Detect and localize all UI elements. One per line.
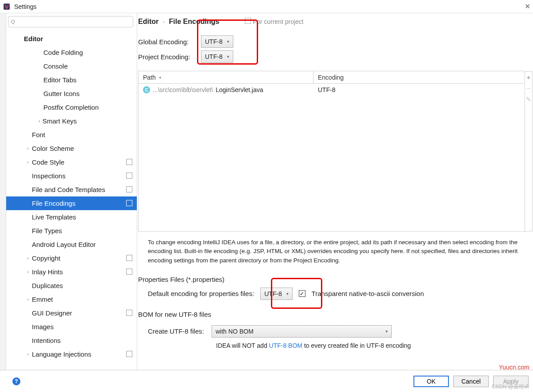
sidebar-item-label: Code Folding	[43, 49, 137, 56]
search-input[interactable]	[17, 19, 130, 25]
chevron-right-icon: ›	[36, 119, 42, 123]
sidebar-item[interactable]: ›Smart Keys	[6, 114, 137, 128]
breadcrumb: Editor › File Encodings For current proj…	[138, 13, 525, 30]
watermark: Yuucn.com	[499, 364, 529, 371]
breadcrumb-section: File Encodings	[169, 18, 220, 26]
properties-heading: Properties Files (*.properties)	[138, 276, 525, 283]
sidebar: Q EditorCode FoldingConsoleEditor TabsGu…	[6, 13, 137, 370]
add-icon[interactable]: +	[527, 72, 531, 83]
sidebar-item-label: Font	[32, 131, 137, 138]
sidebar-item[interactable]: File Types	[6, 224, 137, 238]
sidebar-item[interactable]: Code Folding	[6, 46, 137, 59]
properties-encoding-select[interactable]: UTF-8▾	[260, 288, 293, 300]
sidebar-item-label: Postfix Completion	[43, 104, 137, 111]
sidebar-item[interactable]: ›Inlay Hints	[6, 265, 137, 279]
sidebar-item[interactable]: Inspections	[6, 169, 137, 183]
settings-tree[interactable]: EditorCode FoldingConsoleEditor TabsGutt…	[6, 29, 137, 370]
sidebar-item-label: Gutter Icons	[43, 90, 137, 97]
sidebar-item[interactable]: Font	[6, 128, 137, 142]
sidebar-item-label: Color Scheme	[32, 145, 137, 152]
sidebar-item[interactable]: Console	[6, 59, 137, 73]
chevron-right-icon: ›	[24, 269, 32, 274]
search-icon: Q	[11, 19, 15, 24]
sidebar-item[interactable]: ›Language Injections	[6, 347, 137, 361]
sidebar-item[interactable]: ›Emmet	[6, 292, 137, 306]
close-icon[interactable]: ✕	[525, 2, 530, 11]
cell-path: C...\src\com\blb\servlet\LoginServlet.ja…	[139, 86, 313, 93]
copy-icon	[127, 173, 132, 179]
sidebar-item[interactable]: GUI Designer	[6, 306, 137, 320]
sidebar-item-label: Editor	[24, 35, 137, 42]
copy-icon	[127, 256, 132, 261]
copy-icon	[127, 269, 132, 275]
sidebar-item-label: File Encodings	[32, 200, 127, 207]
chevron-right-icon: ›	[24, 146, 32, 151]
sidebar-item[interactable]: ›Code Style	[6, 155, 137, 169]
sidebar-item[interactable]: Gutter Icons	[6, 87, 137, 100]
bom-select[interactable]: with NO BOM▾	[212, 325, 392, 338]
cell-encoding: UTF-8	[313, 86, 525, 93]
sidebar-item-label: Console	[43, 62, 137, 70]
main-panel: Editor › File Encodings For current proj…	[137, 13, 533, 370]
chevron-down-icon: ▾	[286, 292, 289, 296]
column-encoding[interactable]: Encoding	[313, 71, 525, 83]
global-encoding-select[interactable]: UTF-8▾	[201, 35, 233, 48]
table-row[interactable]: C...\src\com\blb\servlet\LoginServlet.ja…	[139, 84, 525, 96]
sidebar-item-label: Copyright	[32, 254, 127, 262]
sidebar-item[interactable]: Editor Tabs	[6, 73, 137, 87]
chevron-right-icon: ›	[24, 297, 32, 302]
sidebar-item-label: Android Layout Editor	[32, 241, 137, 248]
chevron-right-icon: ›	[24, 160, 32, 165]
project-encoding-label: Project Encoding:	[138, 53, 201, 61]
table-body[interactable]: C...\src\com\blb\servlet\LoginServlet.ja…	[139, 84, 525, 231]
transparent-ascii-label: Transparent native-to-ascii conversion	[312, 290, 424, 297]
sidebar-item-label: Inspections	[32, 172, 127, 180]
chevron-right-icon: ›	[24, 256, 32, 261]
sidebar-item-label: Live Templates	[32, 213, 137, 221]
project-encoding-select[interactable]: UTF-8▾	[201, 50, 233, 63]
column-path[interactable]: Path▲	[139, 71, 313, 83]
copy-icon	[127, 201, 132, 206]
ok-button[interactable]: OK	[413, 376, 449, 387]
sidebar-item-label: Language Injections	[32, 350, 127, 358]
transparent-ascii-checkbox[interactable]	[299, 290, 305, 297]
copy-icon	[246, 19, 251, 24]
sidebar-item[interactable]: Postfix Completion	[6, 100, 137, 114]
class-icon: C	[143, 86, 150, 93]
help-icon[interactable]: ?	[12, 377, 20, 385]
sidebar-item[interactable]: Android Layout Editor	[6, 238, 137, 251]
sidebar-item[interactable]: File and Code Templates	[6, 183, 137, 196]
edit-icon[interactable]: ✎	[526, 94, 532, 105]
project-scope: For current project	[246, 18, 303, 25]
copy-icon	[127, 352, 132, 357]
left-gutter	[0, 13, 6, 370]
sidebar-item-label: File and Code Templates	[32, 186, 127, 193]
sidebar-item-label: Smart Keys	[42, 117, 137, 125]
sidebar-item[interactable]: Live Templates	[6, 210, 137, 224]
sidebar-item[interactable]: Editor	[6, 32, 137, 46]
sidebar-item-label: Intentions	[32, 337, 137, 344]
sidebar-item[interactable]: Intentions	[6, 334, 137, 347]
encoding-table: Path▲ Encoding C...\src\com\blb\servlet\…	[138, 71, 525, 232]
sort-asc-icon: ▲	[158, 75, 162, 79]
sidebar-item-label: Inlay Hints	[32, 268, 127, 276]
chevron-down-icon: ▾	[227, 39, 229, 44]
chevron-down-icon: ▾	[386, 329, 388, 334]
chevron-right-icon: ›	[24, 352, 32, 357]
copy-icon	[127, 160, 132, 165]
sidebar-item-label: GUI Designer	[32, 309, 127, 317]
sidebar-item[interactable]: ›Color Scheme	[6, 142, 137, 155]
remove-icon[interactable]: −	[527, 83, 531, 94]
search-box[interactable]: Q	[8, 16, 133, 27]
properties-encoding-label: Default encoding for properties files:	[148, 290, 254, 297]
bom-heading: BOM for new UTF-8 files	[138, 311, 525, 318]
sidebar-item[interactable]: Duplicates	[6, 279, 137, 292]
description: To change encoding IntelliJ IDEA uses fo…	[138, 232, 525, 265]
sidebar-item[interactable]: ›Copyright	[6, 251, 137, 265]
bom-link[interactable]: UTF-8 BOM	[269, 342, 302, 349]
sidebar-item-label: Editor Tabs	[43, 76, 137, 84]
cancel-button[interactable]: Cancel	[453, 376, 489, 387]
copy-icon	[127, 187, 132, 192]
sidebar-item[interactable]: File Encodings	[6, 196, 137, 210]
sidebar-item[interactable]: Images	[6, 320, 137, 334]
